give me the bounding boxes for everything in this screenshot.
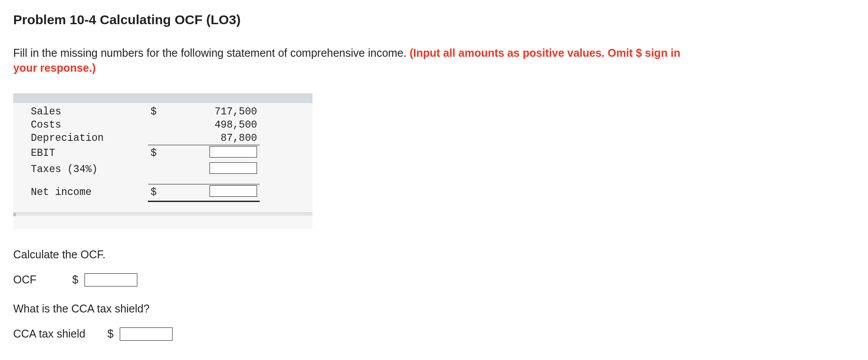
spacer-row — [28, 178, 260, 184]
symbol-costs — [148, 118, 180, 132]
question-ocf-prompt: Calculate the OCF. — [13, 248, 855, 261]
value-depreciation: 87,800 — [180, 132, 260, 145]
input-net-income[interactable] — [210, 185, 257, 197]
row-net-income: Net income $ — [28, 184, 260, 201]
income-statement-table: Sales $ 717,500 Costs 498,500 Depreciati… — [28, 105, 260, 201]
symbol-cca: $ — [107, 327, 114, 340]
value-net-income-cell — [180, 184, 260, 201]
row-sales: Sales $ 717,500 — [28, 105, 260, 118]
value-costs: 498,500 — [180, 118, 260, 132]
label-cca: CCA tax shield — [13, 327, 101, 340]
input-ebit[interactable] — [210, 146, 257, 158]
value-taxes-cell — [180, 162, 260, 178]
symbol-depreciation — [148, 132, 180, 145]
symbol-sales: $ — [148, 105, 180, 118]
table-header-band — [13, 93, 313, 103]
label-costs: Costs — [28, 118, 148, 132]
label-net-income: Net income — [28, 184, 148, 201]
label-depreciation: Depreciation — [28, 132, 148, 145]
symbol-taxes — [148, 162, 180, 178]
symbol-ebit: $ — [148, 145, 180, 162]
answer-row-cca: CCA tax shield $ — [13, 327, 855, 341]
table-scrollbar[interactable] — [13, 213, 313, 216]
followup-questions: Calculate the OCF. OCF $ What is the CCA… — [13, 248, 855, 341]
input-cca[interactable] — [120, 327, 173, 341]
row-depreciation: Depreciation 87,800 — [28, 132, 260, 145]
page-title: Problem 10-4 Calculating OCF (LO3) — [13, 12, 855, 27]
row-ebit: EBIT $ — [28, 145, 260, 162]
input-taxes[interactable] — [210, 162, 257, 174]
income-statement-panel: Sales $ 717,500 Costs 498,500 Depreciati… — [13, 93, 313, 229]
label-sales: Sales — [28, 105, 148, 118]
answer-row-ocf: OCF $ — [13, 273, 855, 287]
instruction-text: Fill in the missing numbers for the foll… — [13, 47, 409, 59]
symbol-net-income: $ — [148, 184, 180, 201]
input-ocf[interactable] — [85, 273, 137, 287]
value-sales: 717,500 — [180, 105, 260, 118]
label-ocf: OCF — [13, 273, 53, 286]
question-cca-prompt: What is the CCA tax shield? — [13, 302, 855, 315]
value-ebit-cell — [180, 145, 260, 162]
label-ebit: EBIT — [28, 145, 148, 162]
row-costs: Costs 498,500 — [28, 118, 260, 132]
symbol-ocf: $ — [72, 273, 78, 286]
label-taxes: Taxes (34%) — [28, 162, 148, 178]
instructions: Fill in the missing numbers for the foll… — [13, 46, 695, 76]
row-taxes: Taxes (34%) — [28, 162, 260, 178]
